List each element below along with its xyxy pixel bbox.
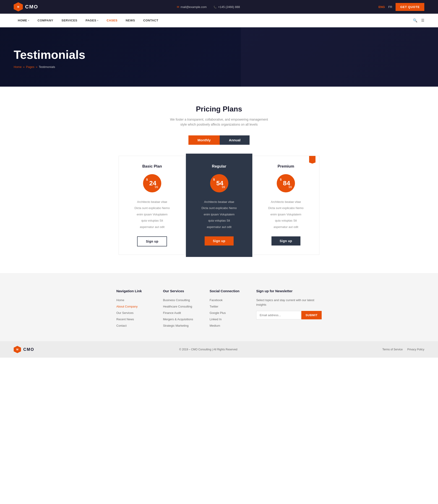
premium-feature-2: Dicta sunt explicabo Nemo — [259, 205, 312, 211]
basic-feature-2: Dicta sunt explicabo Nemo — [126, 205, 179, 211]
basic-feature-1: Architecto beatae vitae — [126, 199, 179, 205]
footer-services-list: Business Consulting Healthcare Consultin… — [163, 298, 200, 327]
footer-service-4: Mergers & Acquisitions — [163, 317, 200, 321]
premium-signup-button[interactable]: Sign up — [272, 236, 300, 245]
nav-links: HOME ▾ COMPANY SERVICES PAGES ▾ CASES NE… — [14, 14, 163, 27]
footer-logo-text: CMO — [23, 347, 34, 352]
newsletter-email-input[interactable] — [256, 311, 301, 319]
phone-text: +145 (2466) 888 — [218, 5, 240, 9]
footer-nav-title: Navigation Link — [116, 289, 154, 293]
footer-service-2: Healthcare Consulting — [163, 304, 200, 308]
basic-dollar-sign: $ — [146, 178, 148, 181]
regular-feature-1: Architecto beatae vitae — [193, 199, 246, 205]
footer-service-3: Finance Audit — [163, 311, 200, 315]
footer-service-5: Strategic Marketing — [163, 324, 200, 327]
email-icon — [177, 5, 179, 9]
basic-features-list: Architecto beatae vitae Dicta sunt expli… — [126, 199, 179, 230]
footer-legal-links: Terms of Service Privacy Policy — [382, 348, 424, 351]
monthly-toggle-button[interactable]: Monthly — [188, 136, 220, 145]
footer-social-google: Google Plus — [210, 311, 247, 315]
regular-features-list: Architecto beatae vitae Dicta sunt expli… — [193, 199, 246, 230]
breadcrumb-pages[interactable]: Pages — [26, 65, 34, 69]
nav-item-services[interactable]: SERVICES — [57, 14, 81, 27]
email-contact: mail@example.com — [177, 5, 207, 9]
menu-button[interactable]: ☰ — [421, 18, 424, 22]
nav-item-cases[interactable]: CASES — [103, 14, 121, 27]
basic-signup-button[interactable]: Sign up — [137, 236, 167, 246]
pricing-subtitle: We foster a transparent, collaborative, … — [169, 117, 269, 127]
breadcrumb-home[interactable]: Home — [14, 65, 22, 69]
nav-icons: 🔍 ☰ — [413, 18, 424, 22]
breadcrumb-current: Testimonials — [39, 65, 55, 69]
nav-item-contact[interactable]: CONTACT — [139, 14, 163, 27]
terms-link[interactable]: Terms of Service — [382, 348, 403, 351]
phone-contact: +145 (2466) 888 — [214, 5, 240, 9]
lang-fr-button[interactable]: FR — [388, 5, 392, 9]
get-quote-button[interactable]: GET QUOTE — [395, 3, 424, 11]
regular-plan-price-badge: $ 54 99 — [210, 174, 228, 192]
top-right-actions: ENG FR GET QUOTE — [378, 3, 424, 11]
regular-plan-title: Regular — [193, 164, 246, 169]
premium-ribbon — [309, 156, 316, 164]
basic-plan-price-badge: $ 24 99 — [143, 174, 161, 192]
lang-eng-button[interactable]: ENG — [378, 5, 385, 9]
footer-main: Navigation Link Home About Company Our S… — [0, 273, 438, 341]
logo: M CMO — [14, 2, 38, 11]
footer-social-title: Social Connection — [210, 289, 247, 293]
newsletter-description: Select topics and stay current with our … — [256, 298, 322, 307]
regular-feature-2: Dicta sunt explicabo Nemo — [193, 205, 246, 211]
footer-social-medium: Medium — [210, 324, 247, 327]
footer-bottom: M CMO © 2019 – CMO Consulting | All Righ… — [0, 341, 438, 358]
footer-nav-home: Home — [116, 298, 154, 302]
footer-services-title: Our Services — [163, 289, 200, 293]
main-nav: HOME ▾ COMPANY SERVICES PAGES ▾ CASES NE… — [0, 14, 438, 27]
premium-feature-4: quia voluptas Sit — [259, 218, 312, 224]
regular-feature-5: aspernatur aut odit — [193, 224, 246, 230]
search-button[interactable]: 🔍 — [413, 18, 417, 22]
page-title: Testimonials — [14, 48, 424, 62]
footer-services-col: Our Services Business Consulting Healthc… — [163, 289, 200, 330]
footer-nav-about: About Company — [116, 304, 154, 308]
pricing-section: Pricing Plans We foster a transparent, c… — [0, 87, 438, 273]
premium-feature-3: enim ipsam Voluptatem — [259, 211, 312, 218]
newsletter-submit-button[interactable]: SUBMIT — [301, 311, 322, 319]
privacy-link[interactable]: Privacy Policy — [407, 348, 424, 351]
footer-social-list: Facebook Twitter Google Plus Linked In M… — [210, 298, 247, 327]
pricing-cards: Basic Plan $ 24 99 Architecto beatae vit… — [119, 156, 319, 255]
footer-copyright: © 2019 – CMO Consulting | All Rights Res… — [179, 348, 238, 351]
logo-text: CMO — [25, 4, 38, 10]
footer-social-twitter: Twitter — [210, 304, 247, 308]
footer-logo-icon: M — [14, 346, 21, 353]
contact-info: mail@example.com +145 (2466) 888 — [177, 5, 240, 9]
annual-toggle-button[interactable]: Annual — [220, 136, 250, 145]
basic-plan-card: Basic Plan $ 24 99 Architecto beatae vit… — [119, 156, 186, 255]
nav-item-home[interactable]: HOME ▾ — [14, 14, 33, 27]
top-bar: M CMO mail@example.com +145 (2466) 888 E… — [0, 0, 438, 14]
premium-plan-title: Premium — [259, 164, 312, 169]
basic-feature-3: enim ipsam Voluptatem — [126, 211, 179, 218]
nav-item-pages[interactable]: PAGES ▾ — [81, 14, 103, 27]
footer-nav-list: Home About Company Our Services Recent N… — [116, 298, 154, 327]
footer-grid: Navigation Link Home About Company Our S… — [116, 289, 322, 330]
footer-social-linkedin: Linked In — [210, 317, 247, 321]
phone-icon — [214, 5, 217, 9]
hero-section: Testimonials Home » Pages » Testimonials — [0, 27, 438, 87]
premium-features-list: Architecto beatae vitae Dicta sunt expli… — [259, 199, 312, 230]
footer-newsletter-title: Sign up for Newsletter — [256, 289, 322, 293]
footer-nav-news: Recent News — [116, 317, 154, 321]
footer-nav-col: Navigation Link Home About Company Our S… — [116, 289, 154, 330]
premium-dollar-sign: $ — [280, 178, 282, 181]
footer-social-col: Social Connection Facebook Twitter Googl… — [210, 289, 247, 330]
email-text: mail@example.com — [181, 5, 207, 9]
basic-price-cents: 99 — [155, 185, 158, 189]
nav-item-company[interactable]: COMPANY — [33, 14, 57, 27]
premium-plan-price-badge: $ 84 99 — [277, 174, 295, 192]
nav-item-news[interactable]: NEWS — [121, 14, 139, 27]
footer-service-1: Business Consulting — [163, 298, 200, 302]
basic-feature-4: quia voluptas Sit — [126, 218, 179, 224]
breadcrumb-sep1: » — [23, 65, 25, 69]
breadcrumb: Home » Pages » Testimonials — [14, 65, 424, 69]
regular-signup-button[interactable]: Sign up — [205, 236, 234, 245]
regular-feature-3: enim ipsam Voluptatem — [193, 211, 246, 218]
basic-plan-title: Basic Plan — [126, 164, 179, 169]
